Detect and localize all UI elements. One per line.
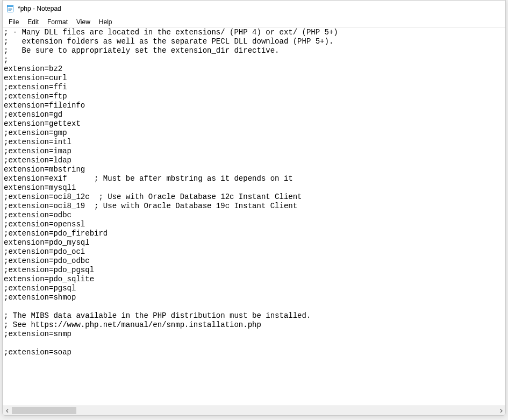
horizontal-scrollbar[interactable] (3, 405, 505, 415)
menu-help[interactable]: Help (95, 18, 116, 26)
menu-edit[interactable]: Edit (24, 18, 42, 26)
title-bar: *php - Notepad (3, 1, 505, 17)
menu-bar: File Edit Format View Help (3, 17, 505, 28)
menu-format[interactable]: Format (44, 18, 71, 26)
scroll-thumb[interactable] (12, 407, 76, 414)
notepad-window: *php - Notepad File Edit Format View Hel… (2, 0, 506, 416)
menu-file[interactable]: File (5, 18, 23, 26)
window-title: *php - Notepad (18, 5, 61, 12)
scroll-track[interactable] (12, 406, 496, 415)
scroll-left-button[interactable] (3, 406, 12, 415)
editor-text-area[interactable]: ; - Many DLL files are located in the ex… (3, 28, 505, 405)
scroll-right-button[interactable] (496, 406, 505, 415)
notepad-icon (6, 4, 15, 13)
menu-view[interactable]: View (73, 18, 94, 26)
svg-rect-1 (8, 5, 13, 7)
